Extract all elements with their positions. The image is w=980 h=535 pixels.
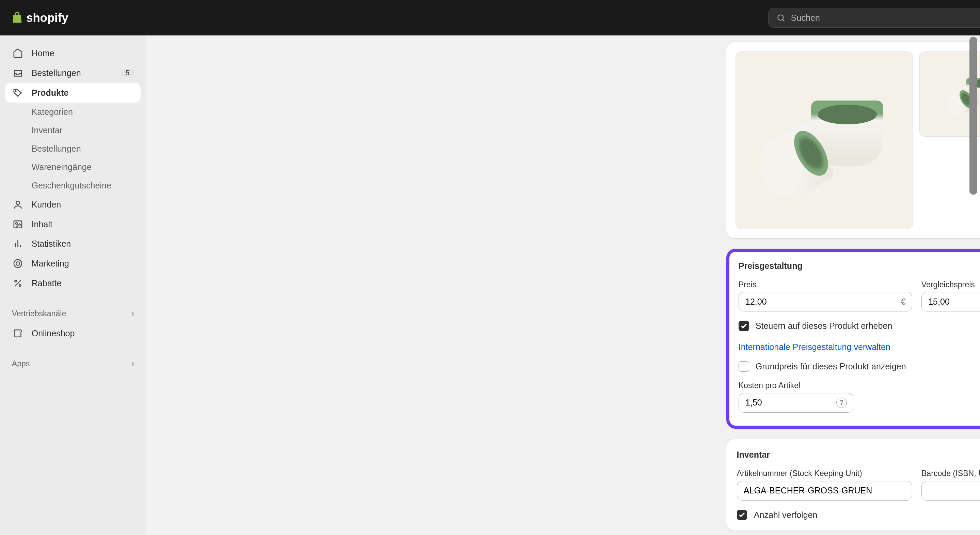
nav-products[interactable]: Produkte (5, 83, 141, 102)
percent-icon (12, 277, 24, 289)
svg-line-11 (14, 281, 21, 287)
svg-point-2 (15, 91, 16, 92)
topbar: shopify Suchen ⌘ K Tu e eu Tee (0, 0, 980, 35)
scrollbar[interactable] (969, 37, 977, 195)
checkbox-unchecked-icon (738, 361, 749, 372)
global-search[interactable]: Suchen ⌘ K (768, 8, 980, 27)
checkbox-checked-icon (737, 510, 748, 521)
nav-marketing[interactable]: Marketing (5, 254, 141, 274)
shopify-logo[interactable]: shopify (11, 11, 68, 25)
media-card: Hinzufügen Aus URL hinzufügen (726, 42, 980, 238)
search-placeholder: Suchen (791, 13, 980, 23)
svg-point-13 (19, 285, 21, 287)
person-icon (12, 199, 24, 211)
nav-onlineshop[interactable]: Onlineshop (5, 323, 141, 343)
svg-point-9 (14, 260, 22, 267)
chevron-right-icon: › (131, 309, 134, 318)
currency-suffix: € (901, 297, 906, 307)
sidebar: Home Bestellungen 5 Produkte Kategorien … (0, 35, 146, 535)
svg-point-3 (16, 201, 19, 204)
search-icon (776, 13, 786, 22)
product-image-main[interactable] (735, 51, 913, 229)
nav-sub-categories[interactable]: Kategorien (5, 102, 141, 121)
nav-sub-giftcards[interactable]: Geschenkgutscheine (5, 176, 141, 195)
nav-section-channels[interactable]: Vertriebskanäle › (5, 304, 141, 324)
pricing-card: Preisgestaltung Preis € Vergleichspreis (726, 249, 980, 429)
brand-text: shopify (26, 11, 68, 24)
pricing-title: Preisgestaltung (738, 261, 980, 271)
price-input[interactable] (738, 292, 912, 311)
barcode-label: Barcode (ISBN, UPC, GTIN usw.) (921, 469, 980, 478)
tag-icon (12, 87, 24, 99)
nav-discounts[interactable]: Rabatte (5, 274, 141, 294)
nav-sub-incoming[interactable]: Wareneingänge (5, 158, 141, 176)
svg-point-0 (778, 14, 784, 20)
nav-sub-inventory[interactable]: Inventar (5, 121, 141, 139)
store-icon (12, 327, 24, 339)
image-icon (12, 219, 24, 230)
main-content: Hinzufügen Aus URL hinzufügen Preisgesta… (146, 35, 980, 535)
chevron-right-icon: › (131, 359, 134, 368)
svg-point-12 (14, 281, 16, 282)
intl-pricing-link[interactable]: Internationale Preisgestaltung verwalten (738, 342, 891, 352)
compare-price-input[interactable] (921, 292, 980, 311)
inventory-card: Inventar Anpassungsverlauf Artikelnummer… (726, 439, 980, 530)
nav-section-apps[interactable]: Apps › (5, 354, 141, 374)
nav-analytics[interactable]: Statistiken (5, 234, 141, 254)
unit-price-checkbox-row[interactable]: Grundpreis für dieses Produkt anzeigen (738, 361, 980, 372)
nav-sub-orders[interactable]: Bestellungen (5, 139, 141, 158)
svg-line-1 (783, 19, 784, 21)
orders-badge: 5 (121, 69, 134, 77)
svg-point-10 (16, 262, 19, 265)
svg-point-5 (16, 222, 18, 224)
home-icon (12, 47, 24, 59)
inbox-icon (12, 67, 24, 79)
help-icon[interactable]: ? (836, 397, 847, 408)
nav-orders[interactable]: Bestellungen 5 (5, 63, 141, 83)
sku-input[interactable] (737, 481, 912, 501)
compare-price-label: Vergleichspreis (921, 280, 980, 289)
shopify-bag-icon (11, 11, 24, 25)
tax-checkbox-row[interactable]: Steuern auf dieses Produkt erheben (738, 321, 980, 331)
target-icon (12, 258, 24, 270)
nav-content[interactable]: Inhalt (5, 214, 141, 234)
checkbox-checked-icon (738, 321, 749, 331)
sku-label: Artikelnummer (Stock Keeping Unit) (737, 469, 912, 478)
nav-customers[interactable]: Kunden (5, 195, 141, 214)
inventory-title: Inventar (737, 450, 770, 460)
chart-icon (12, 238, 24, 250)
barcode-input[interactable] (921, 481, 980, 501)
nav-home[interactable]: Home (5, 43, 141, 63)
track-quantity-checkbox-row[interactable]: Anzahl verfolgen (737, 510, 980, 521)
cups-icon (758, 81, 890, 199)
price-label: Preis (738, 280, 912, 289)
cost-label: Kosten pro Artikel (738, 381, 854, 390)
